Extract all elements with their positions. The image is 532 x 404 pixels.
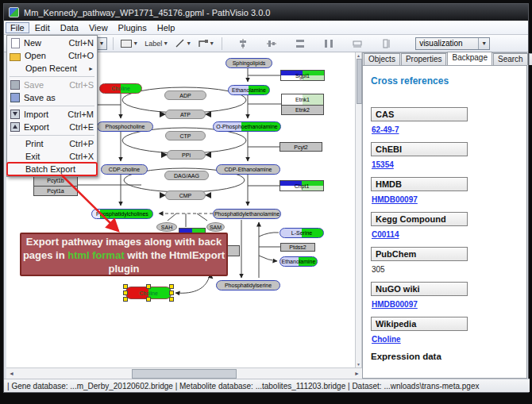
scroll-left-icon[interactable]: ◄: [6, 369, 17, 379]
sphingolipids[interactable]: Sphingolipids: [226, 58, 272, 68]
pcyt1-genebox-row[interactable]: Pcyt1a: [34, 186, 77, 196]
etnk-genebox-row[interactable]: Etnk2: [282, 105, 323, 115]
menu-data[interactable]: Data: [56, 22, 83, 33]
ppi[interactable]: PPi: [167, 150, 206, 160]
scroll-right-icon[interactable]: ►: [352, 369, 362, 379]
xref-value[interactable]: C00114: [372, 230, 526, 239]
xref-value[interactable]: Choline: [372, 335, 526, 344]
sgpl1-genebox[interactable]: Sgpl1: [280, 70, 325, 81]
set-common-width-button[interactable]: [349, 37, 366, 51]
file-menu-item-save[interactable]: SaveCtrl+S: [7, 79, 97, 91]
new-line-button[interactable]: ▼: [173, 37, 193, 51]
pcyt2-genebox[interactable]: Pcyt2: [279, 142, 322, 152]
chpt1-genebox[interactable]: Chpt1: [279, 180, 324, 191]
vertical-scroll-thumb[interactable]: [357, 59, 362, 104]
phosphatidylserine[interactable]: Phosphatidylserine: [216, 280, 280, 290]
backpage-panel[interactable]: Cross references CAS62-49-7ChEBI15354HMD…: [363, 65, 526, 378]
selection-handle[interactable]: [169, 290, 174, 295]
pcyt1-genebox[interactable]: Pcyt1bPcyt1a: [33, 175, 78, 196]
title-bar[interactable]: Mm_Kennedy_pathway_WP1771_45176.gpml - P…: [4, 4, 528, 21]
etnk-genebox-row[interactable]: Etnk1: [282, 94, 323, 105]
window-title: Mm_Kennedy_pathway_WP1771_45176.gpml - P…: [24, 8, 270, 17]
side-panel: ObjectsPropertiesBackpageSearchLegend Cr…: [362, 52, 527, 379]
file-menu-item-export[interactable]: ExportCtrl+E: [7, 121, 97, 133]
l-serine[interactable]: L-Serine: [279, 228, 324, 238]
visualization-combobox[interactable]: visualization ▼: [415, 37, 490, 50]
selection-handle[interactable]: [169, 297, 174, 302]
new-datanode-button[interactable]: ▼: [119, 37, 140, 51]
status-bar: | Gene database: ...m_Derby_20120602.bri…: [4, 379, 530, 392]
distribute-horizontal-button[interactable]: [291, 37, 309, 51]
atp[interactable]: ATP: [165, 110, 206, 119]
xref-value[interactable]: 62-49-7: [372, 125, 526, 134]
new-connector-button[interactable]: ▼: [196, 37, 216, 51]
tab-properties[interactable]: Properties: [401, 53, 447, 65]
phosphatidylethanolamine[interactable]: Phosphatidylethanolamine: [213, 209, 281, 219]
ctp[interactable]: CTP: [165, 131, 206, 140]
file-menu-item-save-as[interactable]: Save as: [7, 91, 97, 104]
tab-objects[interactable]: Objects: [364, 53, 400, 65]
selection-handle[interactable]: [123, 284, 128, 289]
ethanolamine-bottom[interactable]: Ethanolamine: [279, 256, 318, 267]
ptdss2-genebox[interactable]: Ptdss2: [280, 243, 315, 252]
cmp[interactable]: CMP: [165, 190, 206, 200]
align-vertical-center-button[interactable]: [263, 37, 280, 51]
file-menu-item-exit[interactable]: ExitCtrl+X: [7, 150, 97, 163]
file-menu-item-new[interactable]: NewCtrl+N: [7, 37, 97, 49]
xref-value[interactable]: HMDB00097: [372, 195, 526, 204]
menu-separator: [10, 76, 94, 77]
cdp-ethanolamine[interactable]: CDP-Ethanolamine: [216, 164, 280, 175]
canvas-horizontal-scrollbar[interactable]: ◄ ►: [6, 367, 362, 379]
xref-section-nugo-wiki: NuGO wikiHMDB00097: [371, 282, 526, 309]
xref-header: ChEBI: [371, 142, 468, 156]
menu-item-shortcut: Ctrl+O: [68, 51, 94, 60]
blank-icon: [9, 164, 21, 174]
ethanolamine-top[interactable]: Ethanolamine: [228, 85, 270, 95]
menu-view[interactable]: View: [84, 22, 113, 33]
dag-aag[interactable]: DAG/AAG: [164, 171, 209, 180]
file-menu-item-print[interactable]: PrintCtrl+P: [7, 137, 97, 150]
new-label-button[interactable]: Label▼: [143, 37, 170, 51]
chevron-down-icon[interactable]: ▼: [478, 38, 489, 49]
phosphocholine[interactable]: Phosphocholine: [97, 121, 153, 132]
sah[interactable]: SAH: [156, 222, 177, 232]
selection-handle[interactable]: [123, 297, 128, 302]
file-menu-item-batch-export[interactable]: Batch Export: [7, 163, 97, 175]
choline-top[interactable]: Choline: [99, 83, 142, 94]
menu-bar: FileEditDataViewPluginsHelp: [4, 21, 528, 35]
selection-handle[interactable]: [169, 284, 174, 289]
menu-edit[interactable]: Edit: [30, 22, 55, 33]
blank-icon: [9, 63, 21, 73]
menu-plugins[interactable]: Plugins: [114, 22, 152, 33]
adp[interactable]: ADP: [164, 90, 206, 100]
tab-backpage[interactable]: Backpage: [447, 52, 492, 65]
selection-handle[interactable]: [123, 290, 128, 295]
tab-search[interactable]: Search: [493, 53, 528, 65]
file-menu-item-import[interactable]: ImportCtrl+M: [7, 108, 97, 121]
scroll-up-icon[interactable]: ▲: [356, 53, 361, 58]
file-menu-item-open-recent[interactable]: Open Recent►: [7, 62, 97, 75]
xref-value[interactable]: HMDB00097: [372, 300, 526, 309]
sam[interactable]: SAM: [206, 222, 225, 232]
distribute-vertical-button[interactable]: [320, 37, 337, 51]
menu-separator: [10, 106, 94, 106]
o-phosphoethanolamine[interactable]: O-Phosphoethanolamine: [213, 121, 281, 132]
scroll-down-icon[interactable]: ▼: [356, 362, 361, 367]
set-common-height-button[interactable]: [377, 37, 395, 51]
visualization-value: visualization: [416, 39, 478, 48]
menu-item-label: Exit: [25, 152, 64, 161]
xref-value[interactable]: 15354: [372, 160, 526, 169]
phosphatidylcholines[interactable]: Phosphatidylcholines: [91, 209, 153, 219]
selection-handle[interactable]: [146, 297, 151, 302]
cdp-choline[interactable]: CDP-choline: [101, 164, 148, 175]
etnk-genebox[interactable]: Etnk1Etnk2: [281, 94, 324, 115]
tab-legend[interactable]: Legend: [529, 53, 532, 65]
connector-icon: [198, 38, 208, 48]
canvas-vertical-scrollbar[interactable]: ▲ ▼: [355, 52, 362, 367]
menu-help[interactable]: Help: [152, 22, 180, 33]
horizontal-scroll-thumb[interactable]: [132, 369, 237, 379]
file-menu-item-open[interactable]: OpenCtrl+O: [7, 49, 97, 62]
selection-handle[interactable]: [146, 284, 151, 289]
align-horizontal-center-button[interactable]: [234, 37, 252, 51]
menu-file[interactable]: File: [6, 22, 29, 33]
